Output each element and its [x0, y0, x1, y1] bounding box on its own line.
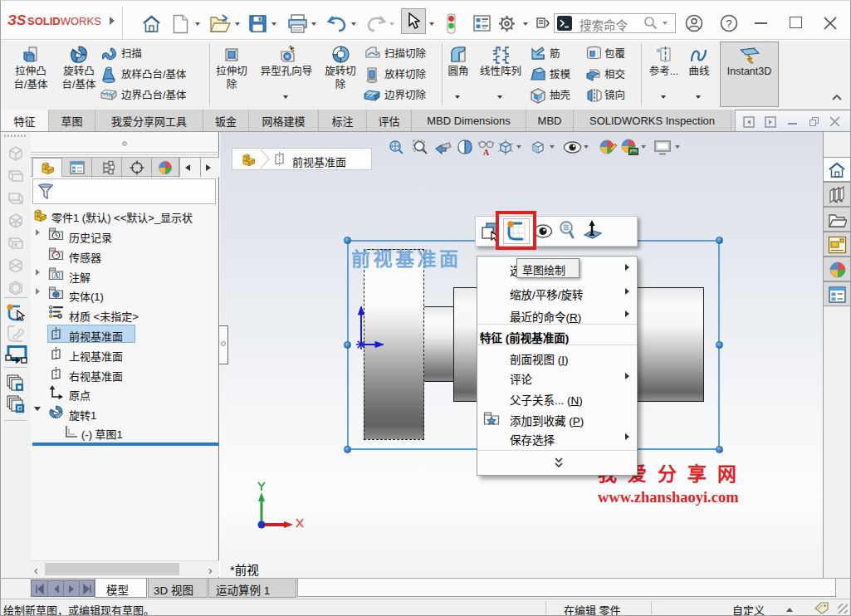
svg-text:A: A — [483, 148, 490, 156]
svg-text:ЗS: ЗS — [7, 12, 27, 28]
svg-text:?: ? — [726, 17, 732, 30]
svg-text:A: A — [53, 271, 59, 280]
